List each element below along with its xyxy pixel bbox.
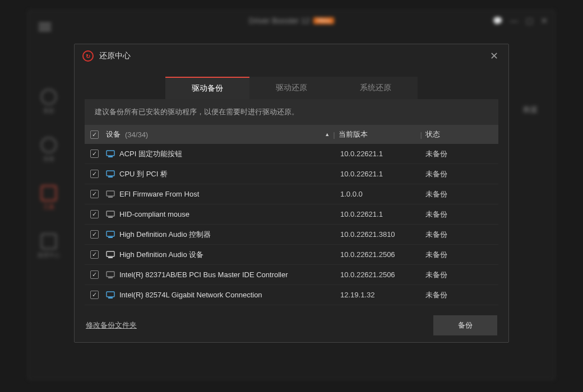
sidebar-item-boost[interactable]: 加速 [41,137,57,163]
device-version: 10.0.22621.1 [340,150,419,158]
sort-asc-icon: ▲ [325,132,330,137]
sidebar-item-tools[interactable]: 工具 [41,185,57,211]
table-row[interactable]: High Definition Audio 控制器 10.0.22621.381… [85,225,498,245]
svg-rect-14 [107,292,114,297]
tab-driver-backup[interactable]: 驱动备份 [165,77,249,99]
tab-bar: 驱动备份 驱动还原 系统还原 [75,77,508,99]
table-row[interactable]: High Definition Audio 设备 10.0.22621.2506… [85,245,498,265]
device-version: 10.0.22621.1 [340,170,419,178]
bg-right-button[interactable]: 救援 [523,105,538,115]
table-row[interactable]: CPU 到 PCI 桥 10.0.22621.1 未备份 [85,164,498,184]
sidebar-item-update[interactable]: 更新 [41,89,57,115]
device-status: 未备份 [425,230,493,240]
device-status: 未备份 [425,149,493,159]
backup-button[interactable]: 备份 [433,315,497,335]
column-device[interactable]: 设备 (34/34) ▲ [106,129,330,139]
app-title: Driver Booster 12 [249,16,310,25]
device-icon [106,150,115,158]
column-status[interactable]: 状态 [425,129,493,139]
modal-title: 还原中心 [99,51,487,61]
svg-rect-2 [107,171,114,176]
row-checkbox[interactable] [90,230,99,239]
maximize-icon[interactable]: ▢ [526,16,533,25]
device-name: ACPI 固定功能按钮 [119,149,182,159]
hint-text: 建议备份所有已安装的驱动程序，以便在需要时进行驱动还原。 [85,99,498,125]
svg-rect-15 [108,297,113,298]
tab-system-restore[interactable]: 系统还原 [334,77,418,99]
table-row[interactable]: Intel(R) 82574L Gigabit Network Connecti… [85,285,498,305]
device-name: HID-compliant mouse [119,210,189,218]
svg-rect-5 [108,197,113,198]
device-icon [106,291,115,299]
bg-titlebar: Driver Booster 12 TRIAL 💬 — ▢ ✕ [29,11,554,31]
svg-rect-1 [108,156,113,157]
table-row[interactable]: HID-compliant mouse 10.0.22621.1 未备份 [85,204,498,225]
restore-center-modal: ↻ 还原中心 ✕ 驱动备份 驱动还原 系统还原 建议备份所有已安装的驱动程序，以… [74,44,509,343]
svg-rect-10 [107,251,114,256]
feedback-icon[interactable]: 💬 [493,16,502,25]
device-name: High Definition Audio 控制器 [119,230,211,240]
restore-icon: ↻ [82,50,94,62]
svg-rect-8 [107,231,114,236]
tab-driver-restore[interactable]: 驱动还原 [249,77,334,99]
device-count: (34/34) [125,130,148,139]
row-checkbox[interactable] [90,291,99,299]
row-checkbox[interactable] [90,170,99,178]
row-checkbox[interactable] [90,190,99,198]
svg-rect-7 [108,217,113,218]
device-name: CPU 到 PCI 桥 [119,169,168,179]
hamburger-menu[interactable] [39,26,51,27]
table-row[interactable]: Intel(R) 82371AB/EB PCI Bus Master IDE C… [85,265,498,285]
svg-rect-3 [108,176,113,178]
sidebar-item-recommend[interactable]: 推荐中心 [38,234,60,259]
device-version: 10.0.22621.1 [340,210,419,218]
device-name: EFI Firmware From Host [119,190,199,198]
svg-rect-9 [108,237,113,238]
trial-badge: TRIAL [313,17,335,24]
change-backup-folder-link[interactable]: 修改备份文件夹 [86,320,433,330]
table-header: 设备 (34/34) ▲ | 当前版本 | 状态 [85,125,498,144]
device-status: 未备份 [425,250,493,260]
device-status: 未备份 [425,189,493,199]
row-checkbox[interactable] [90,270,99,279]
device-status: 未备份 [425,209,493,220]
device-version: 10.0.22621.3810 [340,230,419,239]
table-row[interactable]: EFI Firmware From Host 1.0.0.0 未备份 [85,184,498,204]
device-status: 未备份 [425,169,493,179]
row-checkbox[interactable] [90,150,99,158]
device-version: 1.0.0.0 [340,190,419,198]
device-name: Intel(R) 82574L Gigabit Network Connecti… [119,291,262,299]
device-version: 12.19.1.32 [340,291,419,299]
row-checkbox[interactable] [90,250,99,259]
device-status: 未备份 [425,270,493,280]
modal-footer: 修改备份文件夹 备份 [75,309,508,342]
device-icon [106,251,115,259]
table-row[interactable]: ACPI 固定功能按钮 10.0.22621.1 未备份 [85,144,498,164]
row-checkbox[interactable] [90,210,99,218]
device-icon [106,190,115,198]
device-version: 10.0.22621.2506 [340,250,419,259]
svg-rect-12 [107,272,114,277]
svg-rect-13 [108,277,113,278]
column-version[interactable]: 当前版本 [339,129,417,139]
table-body[interactable]: ACPI 固定功能按钮 10.0.22621.1 未备份CPU 到 PCI 桥 … [85,144,498,309]
close-icon[interactable]: ✕ [487,50,501,62]
device-icon [106,170,115,178]
svg-rect-6 [107,211,114,216]
svg-rect-11 [108,257,113,258]
device-name: Intel(R) 82371AB/EB PCI Bus Master IDE C… [119,270,288,279]
bg-sidebar: 更新 加速 工具 推荐中心 [32,89,66,259]
modal-header: ↻ 还原中心 ✕ [75,44,508,68]
select-all-checkbox[interactable] [90,130,99,139]
device-icon [106,271,115,279]
svg-rect-0 [107,151,114,156]
device-name: High Definition Audio 设备 [119,250,203,260]
device-status: 未备份 [425,290,493,300]
driver-table: 设备 (34/34) ▲ | 当前版本 | 状态 ACPI 固定功能按钮 10.… [85,125,498,309]
minimize-icon[interactable]: — [510,16,518,25]
svg-rect-4 [107,191,114,196]
device-version: 10.0.22621.2506 [340,270,419,279]
device-icon [106,231,115,239]
close-window-icon[interactable]: ✕ [541,16,548,25]
device-icon [106,211,115,218]
